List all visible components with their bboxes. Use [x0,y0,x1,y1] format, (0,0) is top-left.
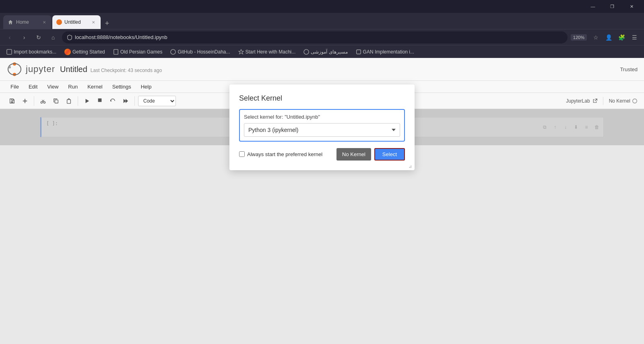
separator-2 [78,96,78,106]
always-start-label: Always start the preferred kernel [247,151,322,157]
bookmark-gan[interactable]: GAN Implementation i... [353,48,417,56]
separator-1 [34,96,34,106]
tab-untitled-close[interactable]: ✕ [90,19,97,25]
svg-marker-16 [86,99,89,103]
menu-help[interactable]: Help [137,82,156,91]
tab-home[interactable]: Home ✕ [3,15,52,29]
menu-run[interactable]: Run [64,82,82,91]
menu-edit[interactable]: Edit [25,82,41,91]
cell-type-select[interactable]: CodeMarkdownRaw [138,96,176,106]
save-button[interactable] [6,95,18,107]
kernel-select-group: Select kernel for: "Untitled.ipynb" Pyth… [239,109,405,142]
bookmark-star-icon[interactable]: ☆ [590,32,601,43]
kernel-circle-icon [632,98,638,104]
title-bar: — ❐ ✕ [0,0,644,13]
add-cell-button[interactable] [19,95,31,107]
jupyter-app: jupyter Untitled Last Checkpoint: 43 sec… [0,58,644,145]
no-kernel-status: No Kernel [609,98,638,104]
bookmark-persian-paths[interactable]: مسیرهای آموزشی [300,48,351,56]
svg-rect-0 [7,49,12,54]
run-icon [84,98,90,104]
external-link-icon [592,99,597,103]
svg-point-2 [171,49,175,54]
paste-button[interactable] [63,95,74,107]
bookmark-persian-paths-label: مسیرهای آموزشی [311,49,347,55]
select-button[interactable]: Select [374,148,405,161]
menu-settings[interactable]: Settings [108,82,135,91]
jupyterlab-link-text[interactable]: JupyterLab [566,98,590,104]
account-icon[interactable]: 👤 [603,32,614,43]
always-start-checkbox[interactable] [239,151,245,157]
jupyter-logo: jupyter [6,61,55,77]
address-bar-input-wrap[interactable]: localhost:8888/notebooks/Untitled.ipynb [62,31,568,43]
refresh-button[interactable]: ↻ [33,32,44,43]
run-all-button[interactable] [120,95,131,107]
jupyter-wordmark: jupyter [26,64,55,74]
bookmark-gan-label: GAN Implementation i... [363,49,414,55]
extensions-icon[interactable]: 🧩 [616,32,627,43]
notebook-area: [ ]: ⧉ ↑ ↓ ⬇ ≡ 🗑 Select Kernel [0,109,644,145]
kernel-dropdown[interactable]: Python 3 (ipykernel) [244,123,400,137]
tab-home-close[interactable]: ✕ [41,19,47,25]
shield-icon [67,35,72,40]
start-icon [238,49,244,55]
bookmark-github[interactable]: GitHub - HosseinDaha... [167,48,233,56]
bookmark-github-label: GitHub - HosseinDaha... [178,49,230,55]
page-content: jupyter Untitled Last Checkpoint: 43 sec… [0,58,644,344]
dialog-title: Select Kernel [239,94,405,103]
resize-handle[interactable]: ⊿ [409,164,413,169]
cut-icon [40,98,46,104]
bookmark-import[interactable]: Import bookmarks... [3,48,60,56]
gan-icon [356,49,361,55]
copy-icon [53,98,59,104]
svg-point-20 [633,99,637,103]
bookmark-import-label: Import bookmarks... [14,49,56,55]
run-button[interactable] [81,95,93,107]
dialog-footer: Always start the preferred kernel No Ker… [239,148,405,161]
checkpoint-info: Last Checkpoint: 43 seconds ago [91,68,162,73]
forward-button[interactable]: › [19,32,30,43]
no-kernel-label: No Kernel [609,98,630,104]
svg-rect-14 [55,100,58,103]
github-icon [170,49,176,55]
jupyterlab-area: JupyterLab No Kernel [566,97,638,105]
bookmark-getting-started[interactable]: Getting Started [61,47,108,56]
no-kernel-button[interactable]: No Kernel [336,148,371,161]
minimize-button[interactable]: — [584,0,602,13]
tab-untitled[interactable]: Untitled ✕ [52,15,101,29]
back-button[interactable]: ‹ [4,32,15,43]
address-text: localhost:8888/notebooks/Untitled.ipynb [75,34,563,40]
notebook-title-area: Untitled Last Checkpoint: 43 seconds ago [60,65,162,74]
bookmark-getting-started-label: Getting Started [72,49,105,55]
svg-point-13 [43,101,45,103]
bookmark-old-persian-games[interactable]: Old Persian Games [110,48,166,56]
jupyter-logo-icon [6,61,23,77]
separator-3 [134,96,135,106]
trusted-badge: Trusted [620,66,638,72]
save-icon [9,98,15,104]
restart-button[interactable] [107,95,118,107]
restore-button[interactable]: ❐ [603,0,621,13]
notebook-title[interactable]: Untitled [60,65,87,74]
menu-kernel[interactable]: Kernel [83,82,107,91]
menu-file[interactable]: File [6,82,23,91]
copy-button[interactable] [50,95,62,107]
run-all-icon [123,98,128,104]
svg-marker-3 [238,49,243,54]
new-tab-button[interactable]: + [101,18,113,29]
home-button[interactable]: ⌂ [47,32,59,43]
svg-rect-1 [114,49,118,54]
bookmark-start-here[interactable]: Start Here with Machi... [235,48,299,56]
stop-button[interactable] [94,95,105,107]
svg-marker-18 [124,99,126,103]
svg-point-12 [41,101,42,103]
address-bar: ‹ › ↻ ⌂ localhost:8888/notebooks/Untitle… [0,29,644,45]
window-controls: — ❐ ✕ [584,0,641,13]
paste-icon [66,98,72,104]
svg-rect-17 [98,99,102,102]
menu-view[interactable]: View [43,82,62,91]
close-button[interactable]: ✕ [622,0,641,13]
cut-button[interactable] [37,95,49,107]
bookmarks-bar: Import bookmarks... Getting Started Old … [0,45,644,58]
menu-icon[interactable]: ☰ [629,32,640,43]
